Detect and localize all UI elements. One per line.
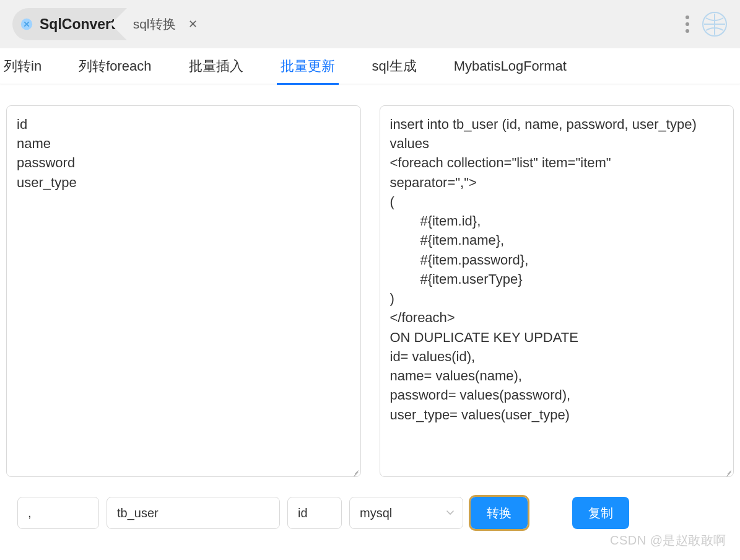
output-panel[interactable]: insert into tb_user (id, name, password,…	[380, 105, 734, 477]
app-icon	[20, 17, 33, 31]
copy-button[interactable]: 复制	[572, 497, 629, 529]
tab-mybatis-log-format[interactable]: MybatisLogFormat	[450, 50, 570, 83]
tab-chip-right: sql转换 ✕	[127, 8, 213, 40]
tab-sql-generate[interactable]: sql生成	[368, 48, 420, 84]
globe-icon[interactable]	[702, 11, 728, 37]
id-column-input[interactable]	[287, 497, 342, 529]
kebab-menu-icon[interactable]	[682, 12, 693, 37]
app-tab-chip[interactable]: SqlConvert	[12, 8, 127, 40]
app-name: SqlConvert	[40, 16, 116, 33]
controls-bar: 转换 复制	[0, 489, 740, 541]
tab-col-to-in[interactable]: 列转in	[0, 48, 45, 84]
tab-batch-update[interactable]: 批量更新	[277, 48, 339, 84]
tab-col-to-foreach[interactable]: 列转foreach	[75, 48, 155, 84]
tab-label: sql转换	[133, 15, 176, 33]
header-bar: SqlConvert sql转换 ✕	[0, 0, 740, 48]
tab-batch-insert[interactable]: 批量插入	[185, 48, 247, 84]
content-area: id name password user_type insert into t…	[0, 84, 740, 489]
db-select[interactable]	[349, 497, 463, 529]
separator-input[interactable]	[17, 497, 99, 529]
db-select-value[interactable]	[349, 497, 463, 529]
convert-button[interactable]: 转换	[471, 497, 528, 529]
nav-tabs: 列转in 列转foreach 批量插入 批量更新 sql生成 MybatisLo…	[0, 48, 740, 84]
input-panel[interactable]: id name password user_type	[6, 105, 361, 477]
table-name-input[interactable]	[107, 497, 280, 529]
close-icon[interactable]: ✕	[185, 15, 202, 33]
